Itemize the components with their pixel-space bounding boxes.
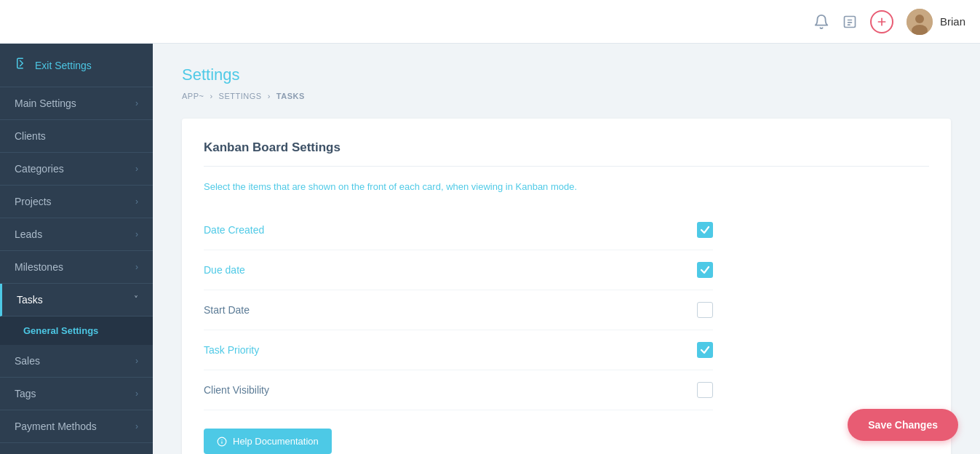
sidebar-item-label: Milestones (15, 261, 63, 273)
setting-label-due-date: Due date (204, 264, 245, 276)
checkbox-checked-icon (697, 222, 713, 238)
sidebar-item-tags[interactable]: Tags › (0, 378, 153, 410)
setting-label-task-priority: Task Priority (204, 344, 259, 356)
main-content: Settings APP~ › SETTINGS › TASKS Kanban … (153, 44, 980, 454)
chevron-down-icon: ˅ (134, 295, 138, 305)
chevron-right-icon: › (135, 164, 138, 174)
sidebar-sub-tasks: General Settings (0, 316, 153, 345)
checkbox-start-date[interactable] (697, 302, 713, 318)
breadcrumb-app: APP~ (182, 92, 204, 100)
sidebar-item-general-settings[interactable]: General Settings (0, 316, 153, 345)
setting-date-created: Date Created (204, 210, 713, 250)
exit-settings-label: Exit Settings (35, 60, 92, 71)
chevron-right-icon: › (135, 421, 138, 431)
help-documentation-button[interactable]: Help Documentation (204, 429, 332, 454)
setting-task-priority: Task Priority (204, 330, 713, 370)
header: Brian (0, 0, 980, 44)
checkbox-checked-icon (697, 262, 713, 278)
breadcrumb-settings: SETTINGS (219, 92, 262, 100)
chevron-right-icon: › (135, 196, 138, 207)
setting-due-date: Due date (204, 250, 713, 290)
breadcrumb: APP~ › SETTINGS › TASKS (182, 92, 951, 100)
chevron-right-icon: › (135, 262, 138, 272)
sidebar: Exit Settings Main Settings › Clients Ca… (0, 44, 153, 454)
sidebar-item-email[interactable]: Email › (0, 443, 153, 454)
exit-settings-button[interactable]: Exit Settings (0, 44, 153, 87)
sidebar-item-label: Leads (15, 228, 42, 240)
sidebar-item-milestones[interactable]: Milestones › (0, 251, 153, 284)
sidebar-item-tasks[interactable]: Tasks ˅ (0, 284, 153, 316)
checkbox-task-priority[interactable] (697, 342, 713, 358)
breadcrumb-current: TASKS (276, 92, 305, 100)
sidebar-item-leads[interactable]: Leads › (0, 218, 153, 251)
checkbox-due-date[interactable] (697, 262, 713, 278)
sidebar-item-label: Clients (15, 130, 46, 142)
sidebar-item-sales[interactable]: Sales › (0, 345, 153, 378)
checkbox-unchecked-icon (697, 302, 713, 318)
settings-panel: Kanban Board Settings Select the items t… (182, 119, 951, 454)
bell-icon[interactable] (813, 14, 829, 30)
avatar (907, 9, 933, 35)
add-icon[interactable] (870, 10, 893, 33)
sidebar-item-clients[interactable]: Clients (0, 120, 153, 153)
sidebar-item-label: Sales (15, 355, 40, 367)
chevron-right-icon: › (135, 389, 138, 399)
sidebar-item-payment-methods[interactable]: Payment Methods › (0, 410, 153, 443)
page-title: Settings (182, 65, 951, 84)
save-changes-button[interactable]: Save Changes (848, 409, 958, 441)
username: Brian (940, 15, 965, 28)
sidebar-item-label: Projects (15, 196, 52, 207)
breadcrumb-sep-1: › (210, 92, 212, 100)
bottom-bar: Help Documentation (204, 429, 929, 454)
layout: Exit Settings Main Settings › Clients Ca… (0, 44, 980, 454)
sidebar-item-label: Payment Methods (15, 421, 97, 432)
setting-start-date: Start Date (204, 290, 713, 330)
checkbox-checked-icon (697, 342, 713, 358)
checkbox-unchecked-icon (697, 382, 713, 398)
notes-icon[interactable] (842, 14, 857, 30)
svg-point-7 (915, 15, 924, 23)
panel-title: Kanban Board Settings (204, 140, 929, 167)
checkbox-date-created[interactable] (697, 222, 713, 238)
user-menu[interactable]: Brian (907, 9, 965, 35)
sidebar-item-label: Tasks (17, 294, 43, 306)
sidebar-item-label: Main Settings (15, 97, 76, 109)
sidebar-item-projects[interactable]: Projects › (0, 186, 153, 218)
sidebar-item-label: Categories (15, 163, 64, 175)
chevron-right-icon: › (135, 229, 138, 239)
chevron-right-icon: › (135, 356, 138, 366)
setting-label-date-created: Date Created (204, 224, 264, 236)
panel-description: Select the items that are shown on the f… (204, 181, 929, 192)
checkbox-client-visibility[interactable] (697, 382, 713, 398)
setting-label-client-visibility: Client Visibility (204, 384, 269, 396)
exit-icon (15, 57, 28, 73)
sidebar-item-label: Tags (15, 388, 36, 399)
chevron-right-icon: › (135, 98, 138, 108)
sidebar-item-main-settings[interactable]: Main Settings › (0, 87, 153, 120)
setting-client-visibility: Client Visibility (204, 370, 713, 410)
setting-label-start-date: Start Date (204, 304, 250, 316)
breadcrumb-sep-2: › (268, 92, 271, 100)
sidebar-item-categories[interactable]: Categories › (0, 153, 153, 186)
header-icons: Brian (813, 9, 965, 35)
